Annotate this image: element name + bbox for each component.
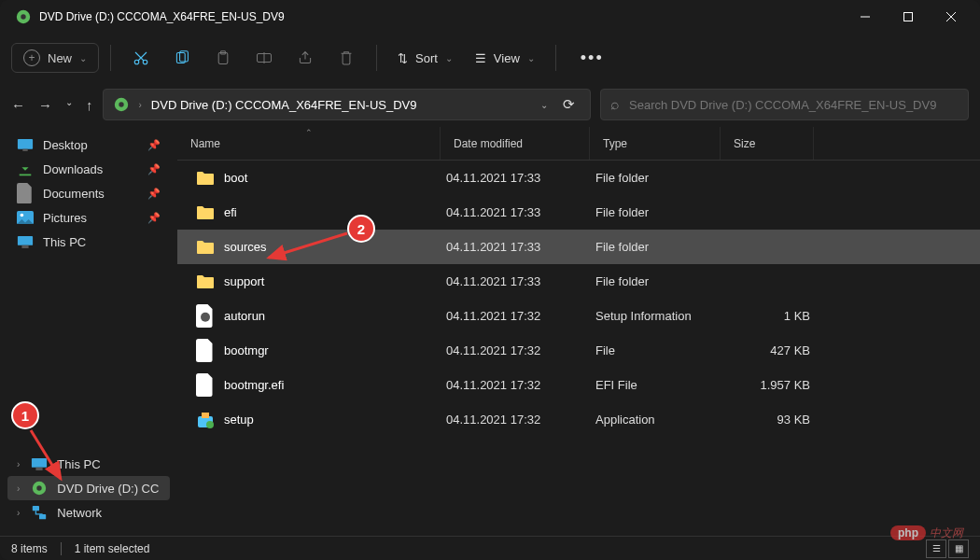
new-button[interactable]: + New ⌄ <box>11 43 99 73</box>
recent-button[interactable]: ⌄ <box>65 97 73 113</box>
up-button[interactable]: ↑ <box>86 97 93 113</box>
folder-icon <box>196 273 215 291</box>
refresh-button[interactable]: ⟳ <box>557 96 581 113</box>
file-row[interactable]: boot04.11.2021 17:33File folder <box>177 161 980 195</box>
back-button[interactable]: ← <box>11 97 25 113</box>
status-bar: 8 items 1 item selected ☰ ▦ <box>0 536 980 560</box>
file-name: bootmgr <box>224 343 446 357</box>
file-name: setup <box>224 413 446 427</box>
file-row[interactable]: bootmgr04.11.2021 17:32File427 KB <box>177 333 980 368</box>
file-date: 04.11.2021 17:32 <box>446 309 595 323</box>
breadcrumb-sep-icon: › <box>139 100 142 110</box>
svg-rect-21 <box>21 245 28 249</box>
file-size: 93 KB <box>726 413 810 427</box>
folder-icon <box>196 169 215 188</box>
separator <box>555 45 556 71</box>
selection-count: 1 item selected <box>75 542 150 555</box>
cut-button[interactable] <box>122 41 160 75</box>
thumbnails-view-button[interactable]: ▦ <box>948 539 969 558</box>
share-button[interactable] <box>287 41 324 75</box>
svg-rect-30 <box>202 413 209 418</box>
minimize-button[interactable] <box>844 2 887 32</box>
pin-icon: 📌 <box>147 163 161 175</box>
item-count: 8 items <box>11 542 48 555</box>
chevron-down-icon: ⌄ <box>445 53 453 63</box>
search-box[interactable]: ⌕ <box>600 89 969 120</box>
rename-button[interactable] <box>245 41 283 75</box>
paste-button[interactable] <box>204 41 242 75</box>
desktop-icon <box>17 137 34 152</box>
sort-button[interactable]: ⇅ Sort ⌄ <box>388 46 462 71</box>
svg-line-33 <box>269 233 347 258</box>
sidebar-item-network[interactable]: › Network <box>7 500 170 525</box>
pin-icon: 📌 <box>147 188 161 200</box>
file-icon <box>196 342 215 360</box>
file-row[interactable]: support04.11.2021 17:33File folder <box>177 264 980 299</box>
chevron-down-icon: ⌄ <box>79 53 87 63</box>
titlebar: DVD Drive (D:) CCCOMA_X64FRE_EN-US_DV9 <box>0 0 980 34</box>
file-row[interactable]: bootmgr.efi04.11.2021 17:32EFI File1.957… <box>177 368 980 402</box>
svg-point-28 <box>201 313 210 322</box>
dvd-drive-icon <box>113 96 130 113</box>
address-path[interactable]: DVD Drive (D:) CCCOMA_X64FRE_EN-US_DV9 <box>151 98 531 112</box>
downloads-icon <box>17 161 34 176</box>
sort-indicator-icon: ⌃ <box>305 128 313 137</box>
column-header-date[interactable]: Date modified <box>441 127 590 160</box>
address-dropdown[interactable]: ⌄ <box>540 100 548 110</box>
sidebar-item-label: Documents <box>43 187 105 201</box>
dvd-drive-icon <box>15 8 32 25</box>
file-date: 04.11.2021 17:32 <box>446 343 595 357</box>
column-header-name[interactable]: ⌃ Name <box>177 127 441 160</box>
plus-icon: + <box>23 49 40 66</box>
view-icon: ☰ <box>475 51 486 65</box>
file-name: autorun <box>224 309 446 323</box>
file-type: File folder <box>595 205 726 219</box>
search-input[interactable] <box>629 98 959 112</box>
address-bar[interactable]: › DVD Drive (D:) CCCOMA_X64FRE_EN-US_DV9… <box>103 89 592 120</box>
file-date: 04.11.2021 17:33 <box>446 205 595 219</box>
file-row[interactable]: setup04.11.2021 17:32Application93 KB <box>177 402 980 437</box>
file-size: 1.957 KB <box>726 378 810 392</box>
file-size: 1 KB <box>726 309 810 323</box>
file-type: Application <box>595 413 726 427</box>
folder-icon <box>196 203 215 222</box>
chevron-right-icon[interactable]: › <box>17 483 20 494</box>
file-date: 04.11.2021 17:32 <box>446 413 595 427</box>
pin-icon: 📌 <box>147 139 161 151</box>
view-label: View <box>494 51 520 65</box>
file-date: 04.11.2021 17:32 <box>446 378 595 392</box>
file-row[interactable]: efi04.11.2021 17:33File folder <box>177 195 980 230</box>
copy-button[interactable] <box>163 41 201 75</box>
network-icon <box>31 505 48 520</box>
sidebar-item-downloads[interactable]: Downloads 📌 <box>7 157 170 181</box>
sidebar-item-pictures[interactable]: Pictures 📌 <box>7 205 170 230</box>
column-headers: ⌃ Name Date modified Type Size <box>177 127 980 161</box>
svg-rect-16 <box>18 139 33 149</box>
sidebar-item-desktop[interactable]: Desktop 📌 <box>7 133 170 157</box>
details-view-button[interactable]: ☰ <box>926 539 946 558</box>
delete-button[interactable] <box>328 41 365 75</box>
column-header-type[interactable]: Type <box>590 127 721 160</box>
column-header-size[interactable]: Size <box>721 127 814 160</box>
file-row[interactable]: autorun04.11.2021 17:32Setup Information… <box>177 299 980 333</box>
close-button[interactable] <box>930 2 973 32</box>
sort-icon: ⇅ <box>398 51 408 65</box>
separator <box>376 45 377 71</box>
svg-rect-20 <box>18 236 33 245</box>
sidebar-item-documents[interactable]: Documents 📌 <box>7 181 170 205</box>
file-date: 04.11.2021 17:33 <box>446 240 595 254</box>
annotation-badge-1: 1 <box>11 401 39 429</box>
chevron-right-icon[interactable]: › <box>17 508 20 518</box>
file-list-pane: ⌃ Name Date modified Type Size boot04.11… <box>177 127 980 536</box>
chevron-right-icon[interactable]: › <box>17 459 20 469</box>
file-name: bootmgr.efi <box>224 378 446 392</box>
maximize-button[interactable] <box>887 2 930 32</box>
forward-button[interactable]: → <box>38 97 52 113</box>
more-button[interactable]: ••• <box>567 49 617 68</box>
view-button[interactable]: ☰ View ⌄ <box>466 46 544 71</box>
watermark: php中文网 <box>890 525 963 541</box>
annotation-arrow-2 <box>261 231 355 267</box>
new-button-label: New <box>48 51 72 65</box>
annotation-badge-2: 2 <box>347 215 375 243</box>
sidebar-item-thispc-quick[interactable]: This PC <box>7 230 170 254</box>
